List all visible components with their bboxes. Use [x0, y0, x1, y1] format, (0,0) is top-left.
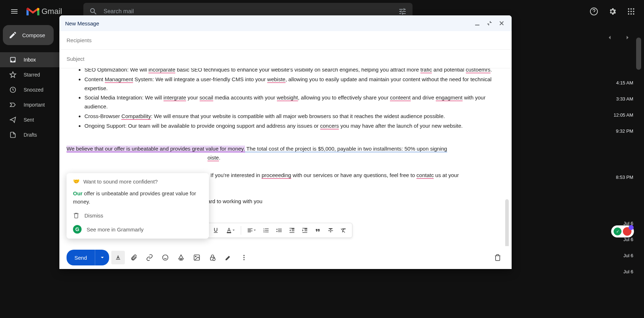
sidebar-label: Snoozed — [24, 87, 43, 93]
svg-point-5 — [633, 8, 634, 10]
compose-title: New Message — [65, 20, 99, 26]
svg-point-17 — [213, 258, 215, 261]
grammarly-alert-icon — [623, 227, 631, 236]
send-button[interactable]: Send — [67, 250, 109, 265]
formatting-button[interactable] — [111, 251, 125, 264]
app-name: Gmail — [42, 7, 62, 16]
indent-less-button[interactable] — [286, 225, 298, 236]
close-icon — [499, 20, 504, 26]
remove-format-button[interactable] — [338, 225, 349, 236]
confidential-button[interactable] — [206, 251, 219, 264]
svg-point-6 — [628, 11, 629, 12]
email-time: 4:15 AM — [614, 80, 633, 85]
email-time: 9:32 PM — [614, 128, 633, 134]
bulleted-list-icon — [276, 227, 282, 234]
compose-button[interactable]: Compose — [3, 25, 54, 45]
compose-label: Compose — [22, 32, 45, 38]
search-icon — [89, 7, 98, 16]
strikethrough-button[interactable] — [325, 225, 336, 236]
grammarly-header: 🤝 Want to sound more confident? — [73, 178, 203, 185]
close-button[interactable] — [497, 19, 506, 28]
inbox-icon — [9, 56, 16, 63]
link-icon — [146, 254, 153, 261]
grammarly-indicator[interactable]: ✓ — [611, 225, 634, 238]
emoji-button[interactable] — [158, 251, 172, 264]
text-color-icon — [226, 227, 232, 234]
body-list-item: Cross-Browser Compatbility: We will ensu… — [84, 112, 504, 121]
gmail-logo[interactable]: Gmail — [26, 6, 62, 17]
body-paragraph: We believe that our offer is unbeatable … — [67, 145, 504, 153]
indent-more-icon — [302, 227, 308, 234]
chevron-left-icon[interactable] — [606, 34, 613, 41]
quote-button[interactable] — [312, 225, 323, 236]
body-list-item: Content Managment System: We will integr… — [84, 75, 504, 93]
body-list-item: Ongoing Support: Our team will be availa… — [84, 122, 504, 131]
body-list-item: SEO Optimization: We will incorparate ba… — [84, 68, 504, 74]
minimize-button[interactable] — [473, 19, 482, 28]
body-scrollbar[interactable] — [505, 199, 509, 246]
minimize-icon — [474, 20, 480, 26]
grammarly-see-more[interactable]: G See more in Grammarly — [73, 225, 203, 234]
text-format-icon — [114, 254, 122, 261]
recipients-field[interactable]: Recipients — [59, 31, 512, 50]
more-button[interactable] — [237, 251, 251, 264]
clock-icon — [9, 86, 16, 93]
bulleted-list-button[interactable] — [273, 225, 285, 236]
apps-button[interactable] — [624, 4, 638, 19]
fullscreen-button[interactable] — [485, 19, 494, 28]
header-actions — [587, 4, 638, 19]
svg-point-11 — [633, 13, 634, 15]
menu-button[interactable] — [6, 3, 23, 20]
svg-point-8 — [633, 11, 634, 12]
more-vert-icon — [240, 254, 248, 261]
text-color-button[interactable] — [223, 225, 238, 236]
sent-icon — [9, 116, 16, 123]
help-button[interactable] — [587, 4, 601, 19]
svg-point-4 — [630, 8, 632, 10]
drive-button[interactable] — [174, 251, 188, 264]
drive-icon — [177, 254, 185, 261]
scrollbar[interactable] — [636, 38, 641, 70]
indent-more-button[interactable] — [299, 225, 311, 236]
grammarly-logo-icon: G — [73, 225, 82, 234]
discard-button[interactable] — [491, 251, 504, 264]
trash-icon — [494, 254, 501, 261]
numbered-list-button[interactable] — [260, 225, 272, 236]
email-time: Jul 6 — [614, 237, 633, 242]
email-time: Jul 6 — [614, 253, 633, 258]
search-input[interactable] — [103, 8, 398, 15]
image-button[interactable] — [190, 251, 204, 264]
grammarly-dismiss[interactable]: Dismiss — [73, 212, 203, 219]
indent-less-icon — [289, 227, 295, 234]
align-button[interactable] — [244, 225, 259, 236]
svg-point-10 — [630, 13, 632, 15]
svg-point-3 — [628, 8, 629, 10]
grammarly-suggestion[interactable]: Our offer is unbeatable and provides gre… — [73, 190, 203, 206]
body-list-item: Social Media Integration: We will interg… — [84, 93, 504, 111]
remove-format-icon — [340, 227, 347, 234]
svg-point-18 — [243, 255, 244, 256]
body-paragraph: oiste. — [67, 153, 504, 162]
email-time: 3:33 AM — [614, 96, 633, 102]
send-options-dropdown[interactable] — [95, 250, 109, 265]
gmail-icon — [26, 6, 40, 17]
email-time: 8:53 PM — [614, 175, 633, 180]
help-icon — [590, 7, 598, 16]
sidebar-label: Inbox — [24, 57, 36, 63]
chevron-right-icon[interactable] — [624, 34, 631, 41]
settings-button[interactable] — [605, 4, 620, 19]
link-button[interactable] — [143, 251, 156, 264]
underline-button[interactable] — [210, 225, 221, 236]
star-icon — [9, 71, 16, 78]
pencil-icon — [9, 31, 17, 39]
subject-field[interactable]: Subject — [59, 50, 512, 68]
pen-icon — [225, 254, 232, 261]
svg-rect-21 — [227, 232, 231, 233]
email-time: 12:05 AM — [614, 112, 633, 118]
page-nav — [606, 34, 631, 41]
apps-grid-icon — [627, 7, 635, 16]
tune-icon[interactable] — [398, 7, 407, 16]
attach-button[interactable] — [127, 251, 141, 264]
signature-button[interactable] — [221, 251, 235, 264]
sidebar-label: Starred — [24, 72, 40, 78]
